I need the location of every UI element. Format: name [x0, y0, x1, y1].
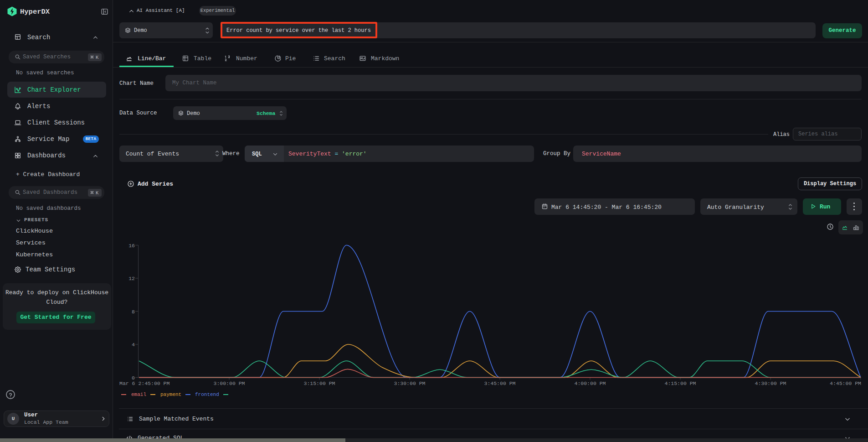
svg-text:4:00:00 PM: 4:00:00 PM — [574, 380, 606, 386]
svg-text:3:30:00 PM: 3:30:00 PM — [394, 380, 425, 386]
svg-text:3:00:00 PM: 3:00:00 PM — [213, 380, 245, 386]
svg-text:3:45:00 PM: 3:45:00 PM — [484, 380, 515, 386]
svg-text:16: 16 — [128, 243, 135, 249]
svg-text:4:15:00 PM: 4:15:00 PM — [664, 380, 696, 386]
svg-text:4: 4 — [132, 342, 135, 348]
svg-text:4:30:00 PM: 4:30:00 PM — [755, 380, 786, 386]
svg-text:4:45:00 PM: 4:45:00 PM — [830, 380, 861, 386]
svg-text:8: 8 — [132, 309, 135, 315]
svg-text:3:15:00 PM: 3:15:00 PM — [303, 380, 335, 386]
svg-text:0: 0 — [132, 375, 135, 381]
svg-text:12: 12 — [128, 276, 135, 281]
svg-text:Mar 6 2:45:00 PM: Mar 6 2:45:00 PM — [119, 380, 170, 386]
